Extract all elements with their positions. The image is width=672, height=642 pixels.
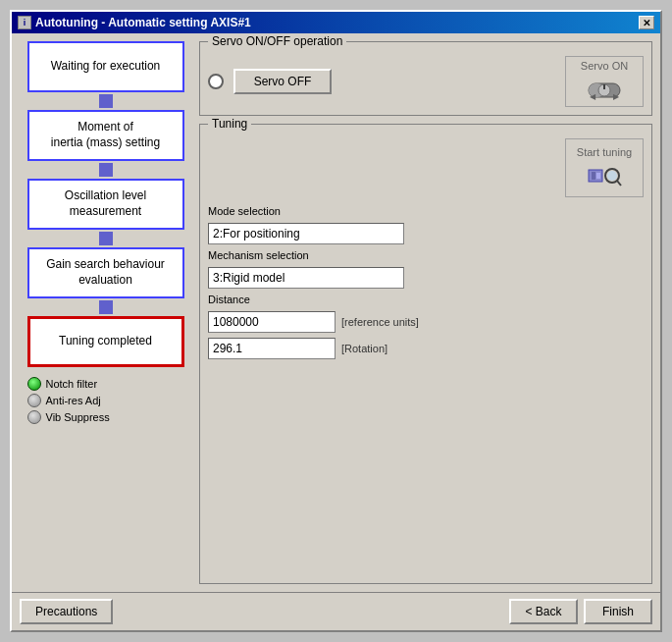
right-panel: Servo ON/OFF operation Servo OFF Servo O… xyxy=(199,41,652,584)
step-gain-search: Gain search behaviour evaluation xyxy=(27,247,184,298)
window-icon: i xyxy=(18,16,31,29)
mode-selection-label: Mode selection xyxy=(208,205,644,217)
distance-row-2: [Rotation] xyxy=(208,338,644,359)
step-tuning-complete: Tuning completed xyxy=(27,316,184,367)
indicator-anti-res: Anti-res Adj xyxy=(27,394,184,407)
main-window: i Autotuning - Automatic setting AXIS#1 … xyxy=(10,10,662,632)
mechanism-selection-label: Mechanism selection xyxy=(208,249,644,261)
svg-rect-8 xyxy=(596,173,600,179)
distance-input-2[interactable] xyxy=(208,338,336,359)
distance-unit-1: [reference units] xyxy=(341,316,419,328)
step-inertia: Moment ofinertia (mass) setting xyxy=(27,110,184,161)
servo-group-title: Servo ON/OFF operation xyxy=(208,34,346,48)
connector-3 xyxy=(99,232,113,245)
distance-row-1: [reference units] xyxy=(208,311,644,333)
servo-radio[interactable] xyxy=(208,74,224,89)
led-vib xyxy=(27,410,41,424)
distance-input-1[interactable] xyxy=(208,311,336,333)
magnify-icon xyxy=(587,162,622,189)
nav-buttons: < Back Finish xyxy=(509,599,652,624)
title-bar-left: i Autotuning - Automatic setting AXIS#1 xyxy=(18,16,251,29)
title-bar: i Autotuning - Automatic setting AXIS#1 … xyxy=(12,12,660,33)
tuning-group-title: Tuning xyxy=(208,117,251,131)
mechanism-selection-input[interactable] xyxy=(208,267,404,289)
bottom-bar: Precautions < Back Finish xyxy=(12,592,660,630)
distance-label: Distance xyxy=(208,294,644,305)
servo-off-button[interactable]: Servo OFF xyxy=(233,69,332,94)
step-oscillation: Oscillation levelmeasurement xyxy=(27,179,184,230)
servo-row: Servo OFF Servo ON ◀ ▶ xyxy=(208,56,644,107)
tuning-fields: Mode selection Mechanism selection Dista… xyxy=(208,205,644,359)
mode-selection-input[interactable] xyxy=(208,223,404,244)
precautions-button[interactable]: Precautions xyxy=(20,599,113,624)
step-waiting: Waiting for execution xyxy=(27,41,184,92)
indicators-panel: Notch filter Anti-res Adj Vib Suppress xyxy=(27,377,184,424)
servo-on-icon: ◀ ▶ xyxy=(587,76,622,103)
window-title: Autotuning - Automatic setting AXIS#1 xyxy=(35,16,251,29)
servo-group: Servo ON/OFF operation Servo OFF Servo O… xyxy=(199,41,652,116)
led-anti-res xyxy=(27,394,41,407)
led-notch xyxy=(27,377,41,391)
content-area: Waiting for execution Moment ofinertia (… xyxy=(12,33,660,592)
servo-on-button[interactable]: Servo ON ◀ ▶ xyxy=(565,56,644,107)
svg-point-10 xyxy=(607,171,617,181)
indicator-vib: Vib Suppress xyxy=(27,410,184,424)
start-tuning-button[interactable]: Start tuning xyxy=(565,138,644,197)
svg-text:▶: ▶ xyxy=(613,92,620,101)
svg-line-11 xyxy=(617,181,621,186)
close-button[interactable]: ✕ xyxy=(639,16,654,29)
connector-2 xyxy=(99,163,113,177)
connector-1 xyxy=(99,94,113,108)
left-panel: Waiting for execution Moment ofinertia (… xyxy=(20,41,191,584)
svg-rect-7 xyxy=(592,172,595,180)
distance-unit-2: [Rotation] xyxy=(341,343,388,354)
tuning-group: Tuning Start tuning xyxy=(199,124,652,584)
indicator-notch: Notch filter xyxy=(27,377,184,391)
svg-rect-3 xyxy=(603,84,605,89)
connector-4 xyxy=(99,300,113,314)
finish-button[interactable]: Finish xyxy=(584,599,652,624)
svg-text:◀: ◀ xyxy=(590,92,596,101)
back-button[interactable]: < Back xyxy=(509,599,578,624)
